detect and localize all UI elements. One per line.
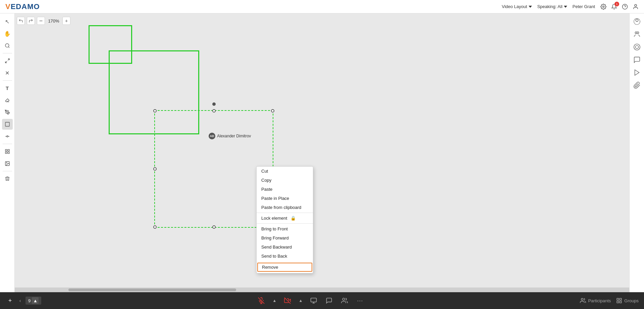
settings-icon[interactable] — [600, 4, 606, 10]
pen-tool[interactable] — [2, 107, 13, 118]
user-name: Peter Grant — [573, 4, 595, 9]
svg-point-4 — [5, 44, 9, 47]
handle-tr[interactable] — [271, 109, 274, 113]
context-menu-remove[interactable]: Remove — [257, 263, 312, 272]
scrollbar-h[interactable] — [15, 288, 629, 292]
svg-point-21 — [635, 32, 637, 34]
svg-point-23 — [634, 44, 640, 50]
notification-badge: 1 — [614, 2, 619, 6]
user-status-button[interactable] — [632, 16, 642, 27]
screen-share-button[interactable] — [308, 295, 319, 306]
zoom-bar: − 170% + — [17, 16, 70, 26]
bottom-left: + ‹ 9 ▲ — [5, 296, 41, 305]
redo-button[interactable] — [27, 17, 35, 25]
shape-rect-tool[interactable] — [2, 119, 13, 130]
stop-video-button[interactable] — [282, 295, 293, 306]
video-chevron-button[interactable]: ▲ — [298, 295, 304, 306]
handle-tl[interactable] — [153, 109, 157, 113]
context-menu-send-backward[interactable]: Send Backward — [257, 242, 313, 252]
chevron-down-icon — [529, 5, 532, 8]
attachment-button[interactable] — [632, 80, 642, 91]
context-menu-paste-in-place[interactable]: Paste in Place — [257, 194, 313, 203]
shape-selected[interactable]: AD Alexander Dimitrov — [154, 110, 273, 228]
eraser-tool[interactable] — [2, 95, 13, 105]
more-options-button[interactable]: ⋯ — [355, 295, 365, 306]
svg-point-33 — [342, 298, 345, 301]
zoom-in-button[interactable]: + — [62, 17, 70, 25]
svg-rect-36 — [620, 298, 622, 300]
user-profile-icon[interactable] — [633, 4, 639, 10]
svg-line-5 — [8, 47, 9, 48]
context-menu-paste-from-clipboard[interactable]: Paste from clipboard — [257, 203, 313, 212]
expand-h-tool[interactable] — [2, 55, 13, 66]
zoom-out-button[interactable]: − — [37, 17, 45, 25]
shape-label: AD Alexander Dimitrov — [209, 133, 251, 139]
delete-tool[interactable] — [2, 173, 13, 184]
context-menu-divider2 — [257, 223, 313, 224]
present-button[interactable] — [632, 67, 642, 78]
svg-rect-16 — [5, 152, 7, 153]
chat-bottom-button[interactable] — [324, 295, 334, 306]
context-menu-paste[interactable]: Paste — [257, 185, 313, 194]
notifications-icon[interactable]: 1 — [611, 4, 617, 10]
context-menu-bring-to-front[interactable]: Bring to Front — [257, 224, 313, 233]
svg-point-34 — [581, 298, 583, 300]
nav-right: Video Layout Speaking: All Peter Grant 1 — [502, 4, 639, 10]
svg-marker-25 — [635, 70, 639, 76]
svg-line-7 — [5, 61, 7, 63]
context-menu-lock-element[interactable]: Lock element 🔒 — [257, 214, 313, 223]
chat-button[interactable] — [632, 54, 642, 65]
bottom-right: Participants Groups — [580, 298, 639, 304]
add-page-button[interactable]: + — [5, 296, 15, 305]
participants-bottom-button[interactable] — [339, 295, 350, 306]
shape-name: Alexander Dimitrov — [217, 134, 251, 138]
participants-view-button[interactable] — [632, 29, 642, 40]
scrollbar-h-thumb[interactable] — [68, 289, 236, 291]
text-tool[interactable]: T — [2, 83, 13, 93]
participants-panel-button[interactable]: Participants — [580, 298, 611, 304]
mute-mic-button[interactable] — [256, 295, 267, 306]
help-icon[interactable] — [622, 4, 628, 10]
page-indicator: 9 ▲ — [25, 297, 41, 305]
zoom-level: 170% — [47, 18, 60, 24]
speaking-dropdown[interactable]: Speaking: All — [537, 4, 567, 9]
svg-rect-14 — [8, 149, 9, 151]
groups-panel-button[interactable]: Groups — [616, 298, 639, 304]
pan-tool[interactable]: ✋ — [2, 28, 13, 39]
close-x-tool[interactable]: ✕ — [2, 68, 13, 78]
svg-rect-13 — [5, 149, 7, 151]
handle-bl[interactable] — [153, 225, 157, 229]
handle-tc[interactable] — [212, 109, 216, 113]
nav-icons: 1 — [600, 4, 639, 10]
divider — [3, 53, 12, 53]
mic-chevron-button[interactable]: ▲ — [271, 295, 277, 306]
view-toggle-button[interactable] — [632, 42, 642, 52]
svg-rect-35 — [617, 298, 619, 300]
handle-bc[interactable] — [212, 225, 216, 229]
context-menu-bring-forward[interactable]: Bring Forward — [257, 233, 313, 242]
grid-tool[interactable] — [2, 146, 13, 157]
video-layout-dropdown[interactable]: Video Layout — [502, 4, 532, 9]
select-tool[interactable]: ↖ — [2, 16, 13, 27]
canvas-area[interactable]: AD Alexander Dimitrov — [15, 13, 629, 292]
logo-text: VEDAMO — [5, 2, 40, 11]
connector-tool[interactable] — [2, 131, 13, 142]
svg-rect-9 — [5, 122, 9, 126]
media-tool[interactable] — [2, 158, 13, 169]
main-canvas[interactable]: AD Alexander Dimitrov Cut Copy Paste Pas… — [15, 13, 629, 292]
rotate-handle[interactable] — [212, 102, 216, 106]
context-menu-divider — [257, 213, 313, 213]
context-menu-copy[interactable]: Copy — [257, 176, 313, 185]
svg-point-19 — [636, 19, 638, 21]
prev-page-button[interactable]: ‹ — [16, 297, 24, 305]
bottom-bar: + ‹ 9 ▲ ▲ ▲ — [0, 292, 644, 309]
divider — [3, 80, 12, 81]
context-menu-cut[interactable]: Cut — [257, 167, 313, 176]
shape-avatar: AD — [209, 133, 215, 139]
svg-rect-38 — [617, 301, 619, 303]
undo-button[interactable] — [17, 17, 25, 25]
zoom-tool[interactable] — [2, 40, 13, 51]
page-up-button[interactable]: ▲ — [32, 297, 39, 304]
context-menu-send-to-back[interactable]: Send to Back — [257, 252, 313, 261]
handle-ml[interactable] — [153, 167, 157, 171]
